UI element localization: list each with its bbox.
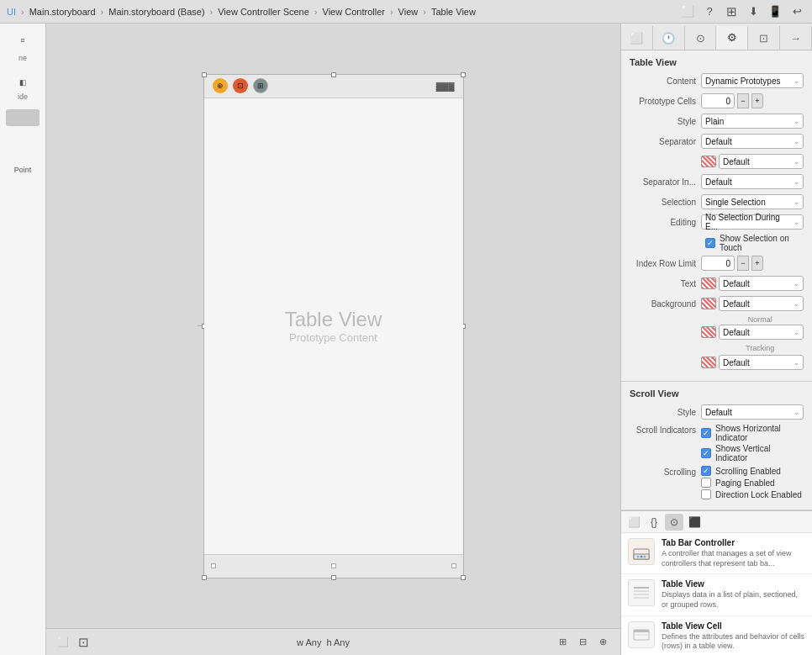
direction-lock-checkbox[interactable]	[701, 489, 711, 499]
handle-bottom-left[interactable]	[202, 575, 207, 580]
scrolling-enabled-checkbox[interactable]: ✓	[701, 466, 711, 476]
bottom-right-icons: ⊞ ⊟ ⊕	[555, 634, 612, 651]
prototype-cells-stepper-down[interactable]: −	[737, 93, 749, 108]
prop-label-index-row-limit: Index Row Limit	[630, 259, 701, 268]
bottom-expand-btn[interactable]: ⊡	[75, 634, 92, 651]
table-view-text: Table View Displays data in a list of pl…	[662, 579, 805, 610]
iphone-bottom-handle-left[interactable]	[211, 563, 216, 568]
text-color-swatch[interactable]	[701, 277, 716, 289]
editing-dropdown[interactable]: No Selection During E... ⌄	[701, 214, 804, 230]
bottom-structure-btn[interactable]: ⬜	[55, 634, 71, 651]
index-row-limit-stepper-up[interactable]: +	[751, 256, 763, 271]
style-dropdown[interactable]: Plain ⌄	[701, 114, 804, 129]
toolbar-refresh-btn[interactable]: ↩	[788, 3, 805, 20]
prop-row-text: Text Default ⌄	[630, 275, 804, 292]
prop-row-separator-color: Default ⌄	[630, 153, 804, 170]
sidebar-item-hide[interactable]: ◧	[4, 72, 41, 92]
selection-dropdown[interactable]: Single Selection ⌄	[701, 194, 804, 209]
lib-tab-code[interactable]: {}	[645, 514, 663, 531]
background-dropdown-value: Default	[723, 299, 750, 309]
handle-top-right[interactable]	[461, 72, 466, 77]
list-item[interactable]: Tab Bar Controller A controller that man…	[621, 533, 812, 574]
tracking-color-dropdown[interactable]: Default ⌄	[719, 355, 804, 370]
normal-color-swatch[interactable]	[701, 326, 716, 338]
lib-tab-media[interactable]: ⬛	[685, 514, 704, 531]
bottom-zoom-fit-btn[interactable]: ⊞	[555, 634, 572, 651]
toolbar-file-btn[interactable]: ⬜	[679, 3, 696, 20]
toolbar-download-btn[interactable]: ⬇	[745, 3, 762, 20]
separator-color-dropdown[interactable]: Default ⌄	[719, 154, 804, 169]
panel-tab-history[interactable]: 🕐	[653, 26, 685, 50]
panel-tab-file[interactable]: ⬜	[621, 26, 653, 50]
bottom-zoom-out-btn[interactable]: ⊟	[575, 634, 592, 651]
prop-row-background: Background Default ⌄	[630, 295, 804, 312]
iphone-bottom-handle-right[interactable]	[451, 563, 456, 568]
table-view-desc: Displays data in a list of plain, sectio…	[662, 590, 805, 610]
prototype-cells-input[interactable]: 0	[701, 93, 735, 108]
panel-tab-connect[interactable]: →	[780, 26, 812, 50]
panel-tab-size[interactable]: ⊡	[748, 26, 780, 50]
paging-enabled-checkbox[interactable]	[701, 478, 711, 488]
toolbar-device-btn[interactable]: 📱	[767, 3, 783, 20]
handle-bottom-right[interactable]	[461, 575, 466, 580]
index-row-limit-input[interactable]: 0	[701, 256, 735, 271]
horizontal-indicator-checkbox[interactable]: ✓	[701, 428, 711, 438]
direction-lock-row: Direction Lock Enabled	[701, 489, 802, 499]
toolbar-inspector-btn[interactable]: ⊞	[723, 3, 740, 20]
normal-color-dropdown[interactable]: Default ⌄	[719, 325, 804, 340]
list-item[interactable]: Table View Cell Defines the attributes a…	[621, 616, 812, 655]
tracking-color-swatch[interactable]	[701, 357, 716, 368]
canvas-content[interactable]: › ⊕ ⊡ ⊞	[46, 24, 620, 628]
inspector-section-scrollview: Scroll View Style Default ⌄ Scroll Indic…	[621, 382, 812, 510]
lib-tab-file[interactable]: ⬜	[625, 514, 643, 531]
panel-tab-attrs[interactable]: ⚙	[716, 26, 748, 50]
breadcrumb-item-main-storyboard-base[interactable]: Main.storyboard (Base)	[108, 7, 204, 17]
handle-top-mid[interactable]	[331, 72, 336, 77]
tracking-sub-label: Tracking	[717, 344, 804, 352]
scroll-indicator-horizontal-row: ✓ Shows Horizontal Indicator	[701, 424, 804, 442]
iphone-mockup[interactable]: ⊕ ⊡ ⊞ ▓▓▓ Table View Prototype Content	[203, 74, 464, 578]
prototype-cells-stepper-up[interactable]: +	[751, 93, 763, 108]
breadcrumb-item-table-view[interactable]: Table View	[431, 7, 476, 17]
iphone-bottom-handle-mid[interactable]	[331, 563, 336, 568]
prop-label-content: Content	[630, 77, 701, 86]
separator-color-swatch[interactable]	[701, 156, 716, 167]
toolbar-help-btn[interactable]: ?	[701, 3, 718, 20]
show-selection-checkbox[interactable]: ✓	[705, 238, 715, 248]
scroll-style-dropdown[interactable]: Default ⌄	[701, 404, 804, 420]
sidebar-item-point[interactable]: Point	[4, 160, 41, 180]
breadcrumb-item-ui[interactable]: UI	[7, 7, 16, 17]
separator-inset-chevron: ⌄	[794, 178, 799, 186]
list-item[interactable]: Table View Displays data in a list of pl…	[621, 574, 812, 615]
prop-row-selection: Selection Single Selection ⌄	[630, 193, 804, 210]
separator-inset-dropdown[interactable]: Default ⌄	[701, 174, 804, 189]
svg-rect-7	[634, 594, 649, 595]
iphone-body[interactable]: Table View Prototype Content	[204, 98, 463, 554]
sidebar-item-scene[interactable]: ≡	[4, 30, 41, 50]
panel-tab-id[interactable]: ⊙	[685, 26, 717, 50]
background-dropdown[interactable]: Default ⌄	[719, 296, 804, 311]
vertical-indicator-checkbox[interactable]: ✓	[701, 448, 711, 458]
handle-top-left[interactable]	[202, 72, 207, 77]
text-dropdown[interactable]: Default ⌄	[719, 276, 804, 291]
background-color-swatch[interactable]	[701, 298, 716, 309]
content-dropdown[interactable]: Dynamic Prototypes ⌄	[701, 73, 804, 88]
breadcrumb-item-vc-scene[interactable]: View Controller Scene	[218, 7, 309, 17]
separator-dropdown[interactable]: Default ⌄	[701, 134, 804, 149]
prop-control-scrolling: ✓ Scrolling Enabled Paging Enabled Direc…	[701, 466, 804, 499]
breadcrumb-item-view[interactable]: View	[398, 7, 419, 17]
handle-bottom-mid[interactable]	[331, 575, 336, 580]
sidebar-slider[interactable]	[6, 109, 40, 126]
breadcrumb-item-vc[interactable]: View Controller	[323, 7, 385, 17]
iphone-top-bar: ⊕ ⊡ ⊞ ▓▓▓	[204, 75, 463, 98]
sidebar-label-scene: ne	[18, 54, 27, 62]
svg-rect-8	[634, 597, 649, 599]
prop-row-tracking-color: Default ⌄	[630, 354, 804, 371]
separator-color-value: Default	[723, 157, 750, 166]
breadcrumb-item-main-storyboard[interactable]: Main.storyboard	[29, 7, 96, 17]
prop-control-content: Dynamic Prototypes ⌄	[701, 73, 804, 88]
bottom-zoom-in-btn[interactable]: ⊕	[595, 634, 612, 651]
index-row-limit-stepper-down[interactable]: −	[737, 256, 749, 271]
style-dropdown-chevron: ⌄	[794, 118, 799, 125]
lib-tab-obj[interactable]: ⊙	[665, 514, 683, 531]
